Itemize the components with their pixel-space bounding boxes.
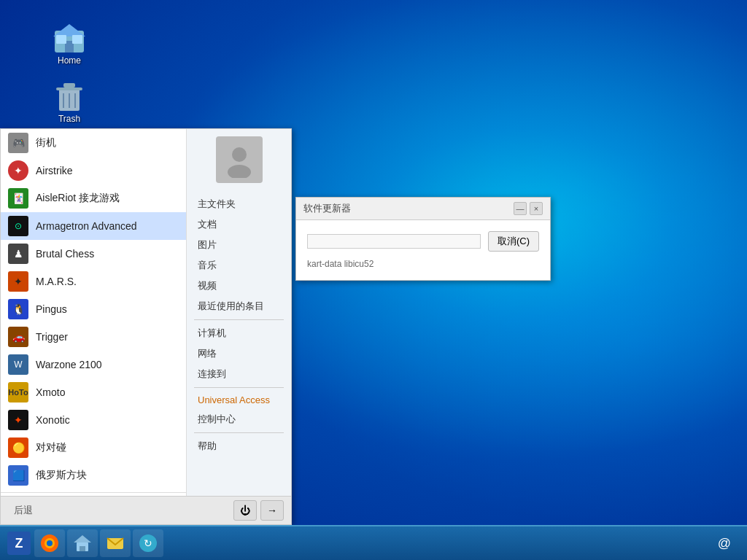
armagetron-icon: ⊙ (8, 216, 28, 236)
app-airstrike[interactable]: ✦ Airstrike (1, 157, 186, 184)
svg-rect-4 (72, 35, 82, 44)
trash-icon (52, 79, 87, 114)
link-connect-to[interactable]: 连接到 (187, 364, 291, 384)
link-documents[interactable]: 文档 (187, 214, 291, 235)
link-network[interactable]: 网络 (187, 343, 291, 364)
firefox-icon (39, 533, 60, 553)
dialog-close-button[interactable]: × (530, 202, 543, 215)
desktop-icon-trash[interactable]: Trash (40, 79, 98, 124)
app-xmoto[interactable]: HoTo Xmoto (1, 378, 186, 406)
dialog-controls: — × (514, 202, 543, 215)
svg-text:↻: ↻ (144, 537, 152, 549)
xmoto-icon: HoTo (8, 382, 28, 402)
taskbar-software-btn[interactable]: ↻ (133, 529, 163, 557)
svg-point-17 (47, 540, 53, 546)
email-icon (105, 533, 125, 553)
warzone-icon: W (8, 354, 28, 375)
aisleriot-icon: 🃏 (8, 188, 28, 209)
right-links: 主文件夹 文档 图片 音乐 视频 最近使用的条目 计算机 网络 连接到 Univ… (187, 190, 291, 460)
pingus-icon: 🐧 (8, 299, 28, 319)
app-separator (1, 492, 186, 493)
taskbar: Z (0, 525, 747, 560)
avatar-icon (221, 141, 258, 178)
app-xonotic[interactable]: ✦ Xonotic (1, 406, 186, 434)
svg-rect-20 (80, 546, 85, 551)
link-control-center[interactable]: 控制中心 (187, 409, 291, 429)
taskbar-home-files-button[interactable] (67, 529, 98, 557)
home-icon (52, 20, 87, 55)
right-panel: 主文件夹 文档 图片 音乐 视频 最近使用的条目 计算机 网络 连接到 Univ… (187, 129, 291, 496)
taskbar-right: @ (709, 529, 743, 557)
desktop-icon-home[interactable]: Home (40, 20, 98, 66)
xonotic-icon: ✦ (8, 410, 28, 430)
start-menu: 🎮 街机 ✦ Airstrike 🃏 AisleRiot 接龙游戏 (0, 128, 292, 525)
dialog-minimize-button[interactable]: — (514, 202, 527, 215)
app-duodui[interactable]: 🟡 对对碰 (1, 434, 186, 462)
app-trigger[interactable]: 🚗 Trigger (1, 323, 186, 351)
brutalchess-icon: ♟ (8, 244, 28, 264)
logout-icon: → (267, 505, 277, 516)
svg-point-11 (232, 147, 247, 162)
app-brutalchess[interactable]: ♟ Brutal Chess (1, 240, 186, 268)
link-recent[interactable]: 最近使用的条目 (187, 296, 291, 316)
logout-button[interactable]: → (260, 500, 284, 521)
zorin-logo-icon: Z (7, 532, 31, 555)
app-aisleriot[interactable]: 🃏 AisleRiot 接龙游戏 (1, 184, 186, 212)
software-dialog: 软件更新器 — × 取消(C) kart-data libicu52 (295, 197, 551, 281)
home-files-icon (72, 533, 93, 553)
at-symbol: @ (718, 536, 731, 551)
software-update-icon: ↻ (138, 533, 158, 553)
taskbar-apps: ↻ (34, 529, 709, 557)
taskbar-start-button[interactable]: Z (4, 529, 34, 557)
dialog-title: 软件更新器 (303, 202, 351, 215)
dialog-progress-bar (307, 234, 481, 249)
right-separator-1 (194, 319, 284, 320)
airstrike-icon: ✦ (8, 160, 28, 181)
dialog-progress-row: 取消(C) (307, 231, 539, 252)
right-separator-3 (194, 432, 284, 433)
svg-rect-3 (56, 35, 66, 44)
dialog-status: kart-data libicu52 (307, 259, 539, 269)
dialog-titlebar: 软件更新器 — × (296, 198, 550, 220)
power-button[interactable]: ⏻ (233, 500, 257, 521)
app-armagetron[interactable]: ⊙ Armagetron Advanced (1, 212, 186, 240)
mars-icon: ✦ (8, 271, 28, 292)
trigger-icon: 🚗 (8, 327, 28, 347)
app-eluo[interactable]: 🟦 俄罗斯方块 (1, 462, 186, 489)
app-pingus[interactable]: 🐧 Pingus (1, 295, 186, 323)
svg-rect-6 (56, 88, 82, 90)
jiexingji-icon: 🎮 (8, 133, 28, 153)
link-computer[interactable]: 计算机 (187, 323, 291, 343)
dialog-cancel-button[interactable]: 取消(C) (488, 231, 539, 252)
start-menu-footer: 后退 ⏻ → (1, 496, 291, 524)
svg-marker-18 (74, 535, 91, 542)
power-icon: ⏻ (240, 505, 250, 516)
link-pictures[interactable]: 图片 (187, 235, 291, 255)
right-separator-2 (194, 387, 284, 388)
app-list: 🎮 街机 ✦ Airstrike 🃏 AisleRiot 接龙游戏 (1, 129, 187, 496)
link-help[interactable]: 帮助 (187, 436, 291, 456)
svg-marker-1 (53, 24, 85, 36)
taskbar-firefox-button[interactable] (34, 529, 65, 557)
trash-label: Trash (58, 114, 80, 124)
taskbar-email-button[interactable] (100, 529, 131, 557)
app-warzone[interactable]: W Warzone 2100 (1, 351, 186, 378)
eluo-icon: 🟦 (8, 465, 28, 486)
user-avatar (216, 136, 263, 183)
svg-point-12 (228, 165, 251, 178)
svg-rect-7 (63, 83, 75, 88)
link-videos[interactable]: 视频 (187, 276, 291, 296)
app-mars[interactable]: ✦ M.A.R.S. (1, 268, 186, 295)
footer-buttons: ⏻ → (233, 500, 284, 521)
app-jiexingji[interactable]: 🎮 街机 (1, 129, 186, 157)
duodui-icon: 🟡 (8, 438, 28, 458)
link-main-folder[interactable]: 主文件夹 (187, 194, 291, 214)
svg-text:Z: Z (15, 536, 23, 551)
taskbar-at-button[interactable]: @ (709, 529, 740, 557)
link-universal-access[interactable]: Universal Access (187, 391, 291, 409)
link-music[interactable]: 音乐 (187, 255, 291, 276)
desktop: Home Trash 🎮 街机 (0, 0, 747, 560)
back-button[interactable]: 后退 (8, 502, 39, 519)
home-label: Home (58, 55, 81, 66)
dialog-body: 取消(C) kart-data libicu52 (296, 220, 550, 280)
